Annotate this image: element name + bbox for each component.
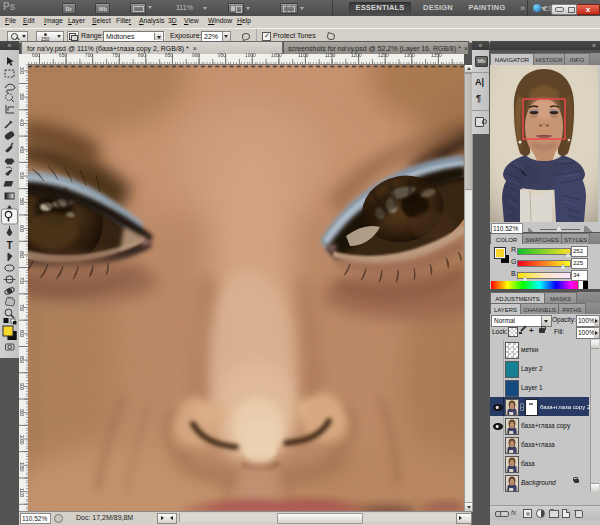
- svg-text:T: T: [6, 240, 12, 251]
